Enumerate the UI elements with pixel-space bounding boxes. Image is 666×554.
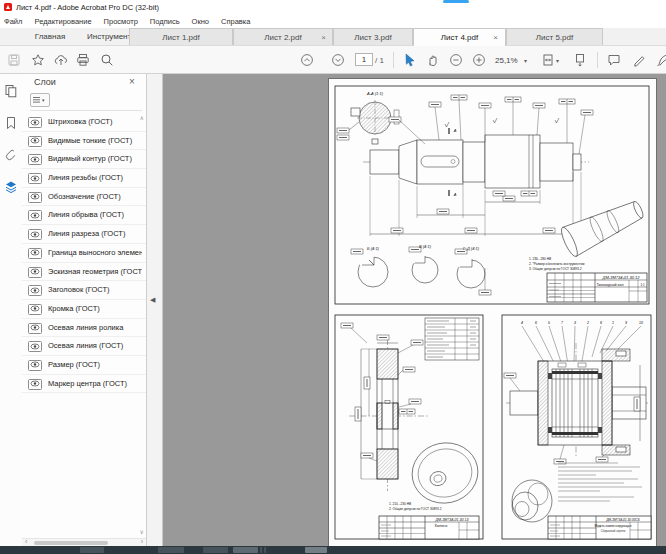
eye-toggle[interactable]	[28, 304, 42, 315]
save-button[interactable]	[7, 53, 21, 67]
layer-row[interactable]: Осевая линия (ГОСТ)	[22, 337, 146, 356]
eye-toggle[interactable]	[28, 379, 42, 390]
comment-button[interactable]	[607, 53, 621, 67]
hand-tool-button[interactable]	[426, 53, 440, 67]
page-thumbnails-button[interactable]	[4, 84, 18, 98]
layer-row[interactable]: Осевая линия ролика	[22, 319, 146, 338]
layer-row[interactable]: Эскизная геометрия (ГОСТ)	[22, 263, 146, 282]
close-icon[interactable]: ×	[129, 76, 135, 87]
zoom-level-value[interactable]: 25,1%	[495, 56, 518, 65]
menu-file[interactable]: Файл	[0, 17, 28, 26]
fill-sign-button[interactable]	[655, 53, 666, 67]
layer-options-button[interactable]: ▾	[30, 93, 50, 107]
next-page-button[interactable]	[331, 53, 345, 67]
tab-doc-2[interactable]: Лист 2.pdf×	[233, 28, 333, 45]
zoom-dropdown-caret[interactable]: ▾	[524, 57, 527, 64]
close-icon[interactable]: ×	[321, 29, 326, 46]
tab-label: Лист 3.pdf	[354, 33, 391, 42]
zoom-in-button[interactable]	[472, 53, 486, 67]
print-button[interactable]	[76, 53, 90, 67]
doc-number: ДМ-ЗМ734-01.30.00СБ	[605, 518, 640, 522]
layer-row[interactable]: Видимые тонкие (ГОСТ)	[22, 132, 146, 151]
scrolling-mode-button[interactable]	[573, 53, 587, 67]
scroll-down-icon[interactable]: ∨	[140, 528, 144, 535]
note-line: 3. Общие допуски по ГОСТ 30893.2	[529, 267, 582, 271]
share-button[interactable]	[54, 53, 68, 67]
layer-row[interactable]: Видимый контур (ГОСТ)	[22, 150, 146, 169]
eye-toggle[interactable]	[28, 154, 42, 165]
layer-row[interactable]: Обозначение (ГОСТ)	[22, 188, 146, 207]
eye-icon	[30, 231, 40, 238]
layer-row[interactable]: Заголовок (ГОСТ)	[22, 281, 146, 300]
attachments-button[interactable]	[4, 148, 18, 162]
eye-toggle[interactable]	[28, 285, 42, 296]
previous-page-button[interactable]	[300, 53, 314, 67]
eye-toggle[interactable]	[28, 341, 42, 352]
fit-page-button[interactable]	[541, 53, 555, 67]
arrow-up-circle-icon	[300, 53, 314, 67]
callout-number: 5	[548, 321, 550, 325]
scroll-right-icon[interactable]: ›	[141, 538, 143, 545]
tab-home[interactable]: Главная	[20, 28, 80, 46]
pdf-page[interactable]: А-А (1:1) А А Б (4:1) В (4:1) Г, Д (4:1)…	[329, 79, 656, 546]
eye-toggle[interactable]	[28, 136, 42, 147]
tab-doc-5[interactable]: Лист 5.pdf	[506, 28, 603, 45]
tab-doc-1[interactable]: Лист 1.pdf	[129, 28, 233, 45]
layer-row[interactable]: Линия резьбы (ГОСТ)	[22, 169, 146, 188]
fit-dropdown-caret[interactable]: ▾	[556, 57, 559, 64]
bookmarks-button[interactable]	[4, 116, 18, 130]
eye-toggle[interactable]	[28, 360, 42, 371]
scrollbar-thumb[interactable]	[34, 541, 108, 546]
tab-doc-4-active[interactable]: Лист 4.pdf×	[413, 28, 506, 46]
tab-doc-3[interactable]: Лист 3.pdf	[333, 28, 413, 45]
search-button[interactable]	[100, 53, 114, 67]
paperclip-icon	[4, 148, 18, 162]
doc-type: Сборочный чертеж	[601, 529, 626, 533]
eye-toggle[interactable]	[28, 173, 42, 184]
layer-row[interactable]: Линия разреза (ГОСТ)	[22, 225, 146, 244]
layers-button-active[interactable]	[4, 180, 18, 194]
layer-label: Линия обрыва (ГОСТ)	[48, 206, 142, 224]
layer-row[interactable]: Линия обрыва (ГОСТ)	[22, 206, 146, 225]
taskbar-item[interactable]	[80, 547, 104, 553]
taskbar-item[interactable]	[264, 547, 266, 553]
star-icon	[31, 53, 45, 67]
eye-toggle[interactable]	[28, 210, 42, 221]
collapse-panel-button[interactable]: ◀	[150, 296, 155, 304]
scroll-left-icon[interactable]: ‹	[25, 538, 27, 545]
layer-row[interactable]: Кромка (ГОСТ)	[22, 300, 146, 319]
menu-view[interactable]: Просмотр	[98, 17, 144, 26]
layer-row[interactable]: Маркер центра (ГОСТ)	[22, 375, 146, 394]
menu-window[interactable]: Окно	[186, 17, 215, 26]
taskbar-item[interactable]	[203, 547, 228, 553]
taskbar-item[interactable]	[233, 547, 258, 553]
zoom-out-button[interactable]	[449, 53, 463, 67]
menu-edit[interactable]: Редактирование	[28, 17, 97, 26]
layer-row[interactable]: Размер (ГОСТ)	[22, 356, 146, 375]
pencil-button[interactable]	[632, 53, 646, 67]
eye-toggle[interactable]	[28, 248, 42, 259]
layer-row[interactable]: Граница выносного элемента	[22, 244, 146, 263]
menu-help[interactable]: Справка	[215, 17, 256, 26]
bookmark-icon	[4, 116, 18, 130]
layer-row[interactable]: Штриховка (ГОСТ)	[22, 113, 146, 132]
page-number-input[interactable]	[355, 53, 373, 66]
eye-toggle[interactable]	[28, 267, 42, 278]
eye-toggle[interactable]	[28, 117, 42, 128]
taskbar-item[interactable]	[260, 547, 262, 553]
eye-toggle[interactable]	[28, 323, 42, 334]
star-button[interactable]	[31, 53, 45, 67]
select-tool-button[interactable]	[404, 53, 418, 67]
panel-horizontal-scrollbar[interactable]: ‹ ›	[22, 538, 146, 546]
eye-toggle[interactable]	[28, 192, 42, 203]
close-icon[interactable]: ×	[493, 29, 498, 46]
tab-label: Лист 2.pdf	[264, 33, 301, 42]
taskbar-item[interactable]	[305, 547, 327, 553]
taskbar-item[interactable]	[158, 547, 184, 553]
layers-panel: Слои × ▾ ∧ ∨ Штриховка (ГОСТ) Видимые то…	[22, 74, 147, 546]
document-canvas[interactable]: А-А (1:1) А А Б (4:1) В (4:1) Г, Д (4:1)…	[163, 74, 666, 546]
eye-toggle[interactable]	[28, 229, 42, 240]
cursor-icon	[404, 53, 418, 67]
menu-sign[interactable]: Подпись	[144, 17, 186, 26]
eye-icon	[30, 361, 40, 368]
